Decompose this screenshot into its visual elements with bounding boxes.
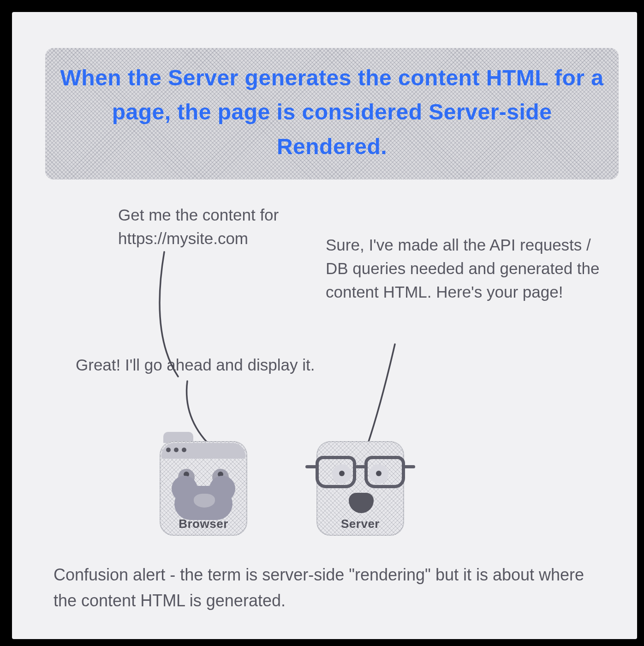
server-label: Server (317, 517, 403, 531)
confusion-alert-footnote: Confusion alert - the term is server-sid… (54, 562, 605, 614)
heading-highlight: When the Server generates the content HT… (45, 48, 619, 179)
server-response-text: Sure, I've made all the API requests / D… (326, 233, 612, 304)
browser-character-icon: Browser (160, 441, 247, 536)
browser-label: Browser (161, 517, 246, 531)
diagram-heading: When the Server generates the content HT… (59, 61, 605, 164)
page-frame: When the Server generates the content HT… (0, 0, 644, 646)
browser-ack-text: Great! I'll go ahead and display it. (76, 353, 366, 377)
browser-request-text: Get me the content for https://mysite.co… (118, 203, 340, 251)
server-character-icon: Server (316, 441, 404, 536)
diagram-card: When the Server generates the content HT… (12, 12, 637, 639)
